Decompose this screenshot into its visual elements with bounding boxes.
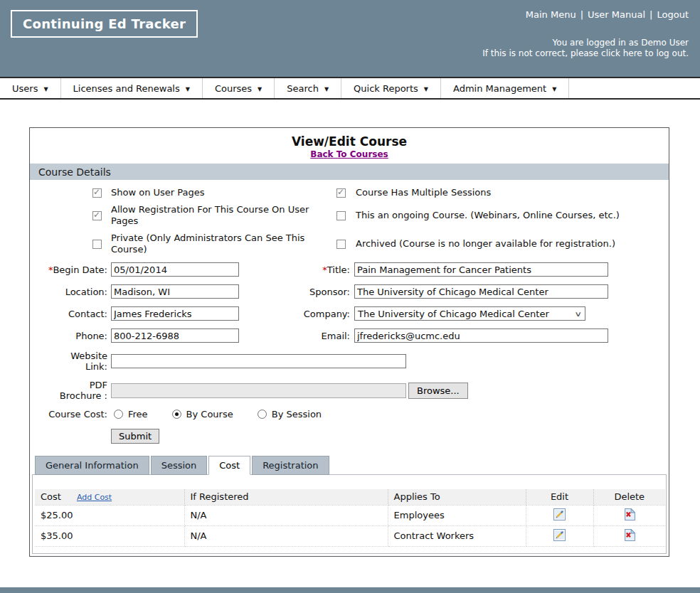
by-course-radio-label: By Course xyxy=(186,409,233,420)
applies-to-cell: Contract Workers xyxy=(388,525,526,546)
nav-item-search[interactable]: Search▼ xyxy=(275,78,341,98)
chevron-down-icon: ∨ xyxy=(574,310,582,318)
chevron-down-icon: ▼ xyxy=(424,85,428,92)
tab-cost[interactable]: Cost xyxy=(208,456,250,475)
ongoing-course-label: This an ongoing Course. (Webinars, Onlin… xyxy=(356,210,620,221)
link-separator: | xyxy=(649,9,652,20)
contact-field[interactable] xyxy=(111,306,239,321)
chevron-down-icon: ▼ xyxy=(186,85,190,92)
multiple-sessions-checkbox[interactable] xyxy=(336,188,346,198)
back-to-courses-link[interactable]: Back To Courses xyxy=(30,149,669,159)
page-title: View/Edit Course xyxy=(30,134,669,149)
nav-item-courses[interactable]: Courses▼ xyxy=(203,78,275,98)
cost-table-header-row: CostAdd Cost If Registered Applies To Ed… xyxy=(35,489,665,505)
main-navigation: Users▼ Licenses and Renewals▼ Courses▼ S… xyxy=(0,77,700,100)
flag-row: Show on User Pages Course Has Multiple S… xyxy=(92,187,669,198)
cost-cell: $25.00 xyxy=(35,505,184,525)
title-field[interactable] xyxy=(354,262,608,277)
free-radio-label: Free xyxy=(128,409,148,420)
course-flags: Show on User Pages Course Has Multiple S… xyxy=(30,180,669,255)
sponsor-field[interactable] xyxy=(354,284,608,299)
by-course-radio[interactable] xyxy=(172,410,181,419)
course-tabs: General Information Session Cost Registr… xyxy=(35,456,669,475)
nav-item-users[interactable]: Users▼ xyxy=(0,78,61,98)
website-link-label: Website Link: xyxy=(30,351,107,372)
sponsor-label: Sponsor: xyxy=(239,287,350,297)
table-row: $35.00 N/A Contract Workers xyxy=(35,525,665,546)
submit-button[interactable]: Submit xyxy=(111,429,159,444)
by-session-radio-label: By Session xyxy=(272,409,322,420)
show-on-user-pages-checkbox[interactable] xyxy=(92,188,102,198)
location-field[interactable] xyxy=(111,284,239,299)
ongoing-course-checkbox[interactable] xyxy=(336,211,346,220)
link-separator: | xyxy=(580,9,583,20)
add-cost-link[interactable]: Add Cost xyxy=(77,493,112,502)
course-cost-options: Free By Course By Session xyxy=(111,409,322,420)
website-link-field[interactable] xyxy=(111,354,406,368)
course-edit-panel: View/Edit Course Back To Courses Course … xyxy=(29,127,669,557)
nav-item-licenses-and-renewals[interactable]: Licenses and Renewals▼ xyxy=(61,78,203,98)
begin-date-label: *Begin Date: xyxy=(30,265,107,275)
archived-course-checkbox[interactable] xyxy=(336,240,346,249)
edit-column-header: Edit xyxy=(526,489,593,505)
applies-to-column-header: Applies To xyxy=(388,489,526,505)
if-registered-cell: N/A xyxy=(184,525,388,546)
tab-registration[interactable]: Registration xyxy=(252,456,329,475)
table-row: $25.00 N/A Employees xyxy=(35,505,665,525)
private-course-label: Private (Only Administrators Can See Thi… xyxy=(111,233,336,255)
logged-in-user-line: You are logged in as Demo User xyxy=(482,38,689,48)
app-header: Continuing Ed Tracker Main Menu|User Man… xyxy=(0,0,700,77)
if-registered-column-header: If Registered xyxy=(184,489,388,505)
company-select[interactable]: The University of Chicago Medical Center… xyxy=(354,306,585,321)
archived-course-label: Archived (Course is no longer available … xyxy=(356,238,615,250)
show-on-user-pages-label: Show on User Pages xyxy=(111,187,205,198)
tab-general-information[interactable]: General Information xyxy=(35,456,149,475)
logged-in-notice: You are logged in as Demo User If this i… xyxy=(482,38,689,59)
allow-registration-label: Allow Registration For This Course On Us… xyxy=(111,204,336,227)
header-links: Main Menu|User Manual|Logout xyxy=(526,9,689,20)
email-field[interactable] xyxy=(354,328,608,343)
app-title: Continuing Ed Tracker xyxy=(23,16,186,31)
contact-label: Contact: xyxy=(30,309,107,319)
delete-icon[interactable] xyxy=(624,529,635,541)
edit-icon[interactable] xyxy=(553,508,566,520)
allow-registration-checkbox[interactable] xyxy=(92,211,102,220)
chevron-down-icon: ▼ xyxy=(552,85,556,92)
flag-row: Allow Registration For This Course On Us… xyxy=(92,204,669,227)
pdf-brochure-file-field[interactable] xyxy=(111,383,406,398)
company-label: Company: xyxy=(239,309,350,319)
browse-button[interactable]: Browse... xyxy=(408,383,468,399)
company-select-value: The University of Chicago Medical Center xyxy=(358,309,549,319)
edit-icon[interactable] xyxy=(553,529,566,541)
nav-item-admin-management[interactable]: Admin Management▼ xyxy=(441,78,569,98)
location-label: Location: xyxy=(30,287,107,297)
private-course-checkbox[interactable] xyxy=(92,240,102,249)
main-menu-link[interactable]: Main Menu xyxy=(526,9,576,20)
delete-icon[interactable] xyxy=(624,508,635,520)
applies-to-cell: Employees xyxy=(388,505,526,525)
flag-row: Private (Only Administrators Can See Thi… xyxy=(92,233,669,255)
cost-table: CostAdd Cost If Registered Applies To Ed… xyxy=(35,489,665,547)
by-session-radio[interactable] xyxy=(258,410,267,419)
page-footer-bar xyxy=(0,587,700,593)
cost-tab-panel: CostAdd Cost If Registered Applies To Ed… xyxy=(32,474,667,554)
cost-cell: $35.00 xyxy=(35,525,184,546)
app-logo: Continuing Ed Tracker xyxy=(11,10,198,38)
if-registered-cell: N/A xyxy=(184,505,388,525)
free-radio[interactable] xyxy=(114,410,123,419)
phone-field[interactable] xyxy=(111,328,239,343)
logout-link[interactable]: Logout xyxy=(657,9,689,20)
click-here-logout-link[interactable]: click here xyxy=(601,48,642,58)
email-label: Email: xyxy=(239,331,350,341)
nav-item-quick-reports[interactable]: Quick Reports▼ xyxy=(341,78,441,98)
phone-label: Phone: xyxy=(30,331,107,341)
chevron-down-icon: ▼ xyxy=(43,85,48,92)
course-details-section-header: Course Details xyxy=(30,164,669,180)
tab-session[interactable]: Session xyxy=(151,456,208,475)
begin-date-field[interactable] xyxy=(111,262,239,277)
course-cost-label: Course Cost: xyxy=(30,409,107,420)
title-label: *Title: xyxy=(239,265,350,275)
user-manual-link[interactable]: User Manual xyxy=(588,9,645,20)
multiple-sessions-label: Course Has Multiple Sessions xyxy=(356,187,491,198)
pdf-brochure-label: PDF Brochure : xyxy=(30,380,107,401)
